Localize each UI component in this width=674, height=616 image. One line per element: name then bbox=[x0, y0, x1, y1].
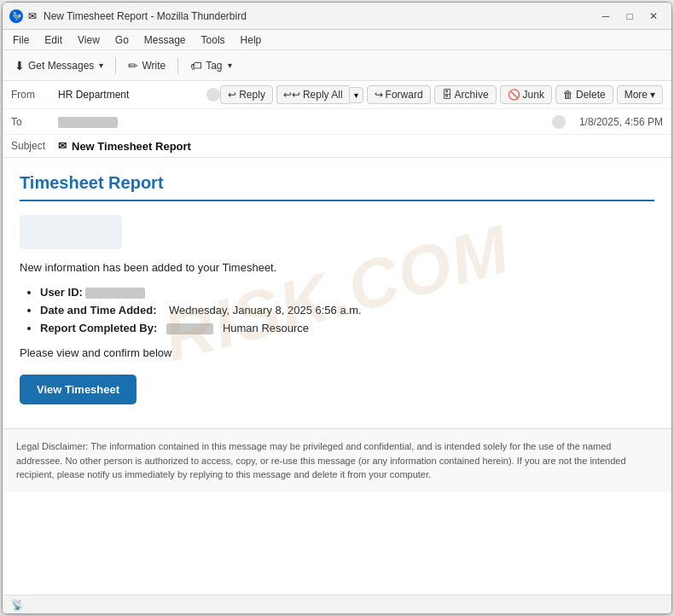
subject-value: ✉ New Timesheet Report bbox=[58, 140, 191, 153]
userid-label: User ID: bbox=[40, 286, 83, 299]
junk-icon: 🚫 bbox=[508, 89, 520, 101]
reply-all-label: Reply All bbox=[303, 89, 343, 101]
menu-edit[interactable]: Edit bbox=[38, 32, 69, 48]
write-icon: ✏ bbox=[128, 59, 138, 73]
list-item-datetime: Date and Time Added: Wednesday, January … bbox=[40, 304, 654, 317]
menu-view[interactable]: View bbox=[71, 32, 107, 48]
menu-go[interactable]: Go bbox=[108, 32, 136, 48]
junk-button[interactable]: 🚫 Junk bbox=[500, 85, 552, 104]
reply-button[interactable]: ↩ Reply bbox=[220, 85, 273, 104]
reply-label: Reply bbox=[239, 89, 265, 101]
email-title: Timesheet Report bbox=[20, 173, 654, 193]
close-button[interactable]: ✕ bbox=[642, 8, 665, 25]
reply-all-icon: ↩↩ bbox=[283, 89, 300, 101]
menu-tools[interactable]: Tools bbox=[195, 32, 232, 48]
subject-label: Subject bbox=[11, 140, 58, 152]
get-messages-label: Get Messages bbox=[28, 60, 94, 72]
menu-help[interactable]: Help bbox=[234, 32, 269, 48]
subject-row: Subject ✉ New Timesheet Report bbox=[3, 135, 671, 157]
thunderbird-logo: 🦤 bbox=[9, 9, 23, 23]
toolbar-divider-2 bbox=[177, 57, 178, 74]
window-title: New Timesheet Report - Mozilla Thunderbi… bbox=[44, 10, 595, 22]
email-intro: New information has been added to your T… bbox=[20, 261, 654, 274]
forward-button[interactable]: ↪ Forward bbox=[367, 85, 431, 104]
toolbar: ⬇ Get Messages ▾ ✏ Write 🏷 Tag ▾ bbox=[3, 50, 671, 81]
reply-all-dropdown[interactable]: ▾ bbox=[349, 87, 363, 103]
more-label: More bbox=[625, 89, 648, 101]
tag-chevron[interactable]: ▾ bbox=[228, 61, 232, 70]
from-label: From bbox=[11, 89, 58, 101]
from-row: From HR Department ↩ Reply ↩↩ Reply All … bbox=[3, 81, 671, 109]
forward-label: Forward bbox=[386, 89, 423, 101]
from-avatar[interactable] bbox=[206, 88, 220, 102]
reply-icon: ↩ bbox=[228, 89, 236, 101]
userid-value-redacted bbox=[85, 288, 145, 299]
to-label: To bbox=[11, 116, 58, 128]
email-timestamp: 1/8/2025, 4:56 PM bbox=[579, 116, 663, 128]
window-controls: ─ □ ✕ bbox=[595, 8, 665, 25]
status-icon: 📡 bbox=[11, 599, 24, 611]
reply-all-split: ↩↩ Reply All ▾ bbox=[276, 85, 363, 104]
forward-icon: ↪ bbox=[375, 89, 383, 101]
list-item-completed-by: Report Completed By: Human Resource bbox=[40, 322, 654, 334]
tag-button[interactable]: 🏷 Tag ▾ bbox=[183, 55, 238, 76]
email-details-list: User ID: Date and Time Added: Wednesday,… bbox=[40, 286, 654, 334]
completed-by-value: Human Resource bbox=[223, 322, 309, 334]
completed-by-redacted bbox=[166, 323, 213, 334]
delete-icon: 🗑 bbox=[563, 89, 573, 101]
view-timesheet-button[interactable]: View Timesheet bbox=[20, 375, 137, 404]
minimize-button[interactable]: ─ bbox=[595, 8, 617, 25]
statusbar: 📡 bbox=[3, 595, 671, 613]
title-divider bbox=[20, 200, 654, 201]
email-header: From HR Department ↩ Reply ↩↩ Reply All … bbox=[3, 81, 671, 158]
more-chevron-icon: ▾ bbox=[650, 89, 655, 101]
junk-label: Junk bbox=[523, 89, 544, 101]
email-body: RISK.COM Timesheet Report New informatio… bbox=[3, 158, 671, 595]
sender-logo bbox=[20, 215, 122, 249]
datetime-label: Date and Time Added: bbox=[40, 304, 157, 317]
thunderbird-window: 🦤 ✉ New Timesheet Report - Mozilla Thund… bbox=[2, 2, 672, 614]
archive-icon: 🗄 bbox=[442, 89, 452, 101]
delete-button[interactable]: 🗑 Delete bbox=[555, 85, 613, 104]
menu-message[interactable]: Message bbox=[137, 32, 193, 48]
get-messages-chevron[interactable]: ▾ bbox=[99, 61, 103, 70]
datetime-value: Wednesday, January 8, 2025 6:56 a.m. bbox=[169, 304, 362, 317]
completed-label: Report Completed By: bbox=[40, 322, 157, 334]
reply-all-button[interactable]: ↩↩ Reply All bbox=[276, 85, 349, 104]
disclaimer-text: Legal Disclaimer: The information contai… bbox=[16, 441, 626, 479]
envelope-icon: ✉ bbox=[28, 10, 37, 22]
menubar: File Edit View Go Message Tools Help bbox=[3, 30, 671, 50]
to-redacted bbox=[58, 117, 118, 128]
to-avatar[interactable] bbox=[552, 115, 566, 129]
from-value: HR Department bbox=[58, 89, 201, 101]
delete-label: Delete bbox=[576, 89, 606, 101]
toolbar-divider-1 bbox=[115, 57, 116, 74]
email-content: RISK.COM Timesheet Report New informatio… bbox=[3, 158, 671, 428]
disclaimer: Legal Disclaimer: The information contai… bbox=[3, 428, 671, 492]
write-label: Write bbox=[142, 60, 166, 72]
titlebar: 🦤 ✉ New Timesheet Report - Mozilla Thund… bbox=[3, 3, 671, 30]
write-button[interactable]: ✏ Write bbox=[121, 55, 172, 76]
subject-text: New Timesheet Report bbox=[72, 140, 191, 153]
more-button[interactable]: More ▾ bbox=[617, 85, 663, 104]
subject-envelope-icon: ✉ bbox=[58, 140, 67, 152]
email-actions: ↩ Reply ↩↩ Reply All ▾ ↪ Forward bbox=[220, 85, 663, 104]
confirm-text: Please view and confirm below bbox=[20, 346, 654, 359]
archive-button[interactable]: 🗄 Archive bbox=[434, 85, 497, 104]
get-messages-button[interactable]: ⬇ Get Messages ▾ bbox=[8, 55, 110, 76]
tag-label: Tag bbox=[206, 60, 222, 72]
maximize-button[interactable]: □ bbox=[619, 8, 641, 25]
titlebar-icons: 🦤 ✉ bbox=[9, 9, 37, 23]
list-item-userid: User ID: bbox=[40, 286, 654, 299]
get-messages-icon: ⬇ bbox=[15, 59, 25, 73]
to-row: To 1/8/2025, 4:56 PM bbox=[3, 109, 671, 135]
to-value bbox=[58, 115, 547, 127]
menu-file[interactable]: File bbox=[6, 32, 36, 48]
tag-icon: 🏷 bbox=[190, 59, 202, 73]
archive-label: Archive bbox=[455, 89, 489, 101]
